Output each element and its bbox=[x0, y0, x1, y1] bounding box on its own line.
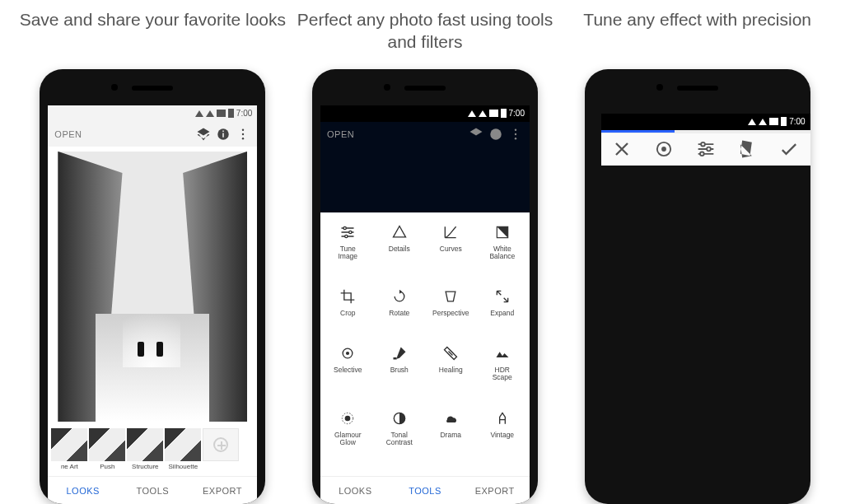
hdr-icon bbox=[494, 345, 511, 362]
signal-icon bbox=[479, 110, 487, 117]
layers-icon[interactable] bbox=[196, 127, 211, 142]
main-photo[interactable] bbox=[58, 152, 247, 422]
info-icon[interactable] bbox=[216, 127, 231, 142]
layers-icon[interactable] bbox=[469, 127, 483, 142]
svg-rect-2 bbox=[223, 130, 225, 132]
signal-icon bbox=[206, 110, 214, 117]
tool-tonal[interactable]: TonalContrast bbox=[374, 405, 426, 469]
bottom-tabs: LOOKS TOOLS EXPORT bbox=[48, 476, 257, 504]
tool-white-balance[interactable]: WhiteBalance bbox=[477, 219, 529, 283]
tool-vintage[interactable]: Vintage bbox=[477, 405, 529, 469]
tool-label: Drama bbox=[440, 432, 461, 439]
svg-point-4 bbox=[242, 133, 244, 135]
svg-point-11 bbox=[349, 231, 352, 233]
tool-rotate[interactable]: Rotate bbox=[374, 283, 426, 340]
wifi-icon bbox=[468, 110, 476, 117]
info-icon[interactable] bbox=[488, 127, 503, 142]
wifi-icon bbox=[195, 110, 203, 117]
caption-right: Tune any effect with precision bbox=[583, 8, 811, 54]
tab-looks[interactable]: LOOKS bbox=[48, 477, 118, 504]
tool-label: Vintage bbox=[490, 432, 514, 439]
top-toolbar: OPEN bbox=[48, 122, 257, 147]
status-bar: 7:00 bbox=[320, 105, 530, 122]
tonal-icon bbox=[391, 410, 408, 427]
tool-expand[interactable]: Expand bbox=[477, 283, 529, 340]
tool-curves[interactable]: Curves bbox=[425, 219, 477, 283]
tool-glow[interactable]: GlamourGlow bbox=[322, 405, 374, 469]
tool-drama[interactable]: Drama bbox=[425, 405, 477, 469]
selective-icon bbox=[339, 345, 356, 362]
tool-label: TonalContrast bbox=[386, 432, 413, 446]
svg-point-6 bbox=[490, 128, 502, 140]
more-icon[interactable] bbox=[508, 127, 523, 142]
svg-point-15 bbox=[346, 352, 349, 355]
apply-button[interactable] bbox=[778, 138, 801, 161]
battery-icon bbox=[781, 117, 787, 126]
svg-point-17 bbox=[345, 415, 351, 421]
wifi-icon bbox=[748, 119, 756, 125]
tool-crop[interactable]: Crop bbox=[322, 283, 374, 340]
tab-tools[interactable]: TOOLS bbox=[390, 477, 460, 504]
tool-label: Brush bbox=[390, 366, 409, 374]
tune-icon[interactable] bbox=[694, 138, 717, 161]
cell-icon bbox=[489, 110, 498, 117]
perspective-icon bbox=[442, 288, 459, 305]
look-thumb[interactable]: Silhouette bbox=[165, 428, 201, 470]
tool-label: Selective bbox=[334, 366, 362, 374]
status-time: 7:00 bbox=[509, 109, 525, 118]
tool-label: Healing bbox=[439, 366, 463, 374]
close-button[interactable] bbox=[610, 138, 633, 161]
tool-label: Crop bbox=[340, 310, 355, 317]
open-button[interactable]: OPEN bbox=[327, 129, 464, 139]
svg-point-24 bbox=[701, 142, 705, 147]
look-thumb[interactable]: Push bbox=[89, 428, 125, 470]
tool-hdr[interactable]: HDRScape bbox=[477, 340, 529, 404]
curves-icon bbox=[442, 224, 459, 240]
expand-icon bbox=[494, 288, 511, 305]
svg-rect-1 bbox=[223, 133, 225, 137]
tool-label: Curves bbox=[440, 245, 462, 253]
battery-icon bbox=[501, 109, 507, 118]
svg-point-9 bbox=[515, 138, 516, 139]
phone-frame-2: 7:00 OPEN TuneImageDetailsCurvesWhiteBal… bbox=[312, 69, 538, 504]
signal-icon bbox=[759, 119, 767, 125]
status-time: 7:00 bbox=[789, 117, 805, 126]
svg-point-23 bbox=[661, 147, 666, 152]
status-bar: 7:00 bbox=[48, 105, 257, 122]
svg-point-26 bbox=[700, 152, 704, 156]
tool-healing[interactable]: Healing bbox=[425, 340, 477, 404]
tab-looks[interactable]: LOOKS bbox=[320, 477, 390, 504]
tool-selective[interactable]: Selective bbox=[322, 340, 374, 404]
look-thumb[interactable]: ne Art bbox=[51, 428, 87, 470]
selective-icon[interactable] bbox=[652, 138, 675, 161]
tool-label: HDRScape bbox=[493, 366, 512, 381]
look-thumb[interactable]: Structure bbox=[127, 428, 163, 470]
styles-icon[interactable] bbox=[736, 138, 759, 161]
tool-label: Details bbox=[389, 245, 410, 253]
cell-icon bbox=[217, 110, 226, 117]
phone-frame-1: 7:00 OPEN bbox=[40, 69, 265, 504]
cell-icon bbox=[769, 118, 778, 125]
more-icon[interactable] bbox=[236, 127, 250, 142]
svg-point-3 bbox=[242, 128, 244, 130]
tab-tools[interactable]: TOOLS bbox=[118, 477, 188, 504]
rotate-icon bbox=[391, 288, 408, 305]
status-bar: 7:00 bbox=[601, 114, 810, 130]
tool-details[interactable]: Details bbox=[374, 219, 426, 283]
dimmed-photo: OPEN bbox=[320, 122, 530, 212]
tab-export[interactable]: EXPORT bbox=[188, 477, 258, 504]
add-look-button[interactable] bbox=[203, 428, 239, 470]
tool-brush[interactable]: Brush bbox=[374, 340, 426, 404]
svg-rect-16 bbox=[393, 357, 396, 360]
tool-perspective[interactable]: Perspective bbox=[425, 283, 477, 340]
plus-icon bbox=[213, 437, 228, 452]
tool-tune[interactable]: TuneImage bbox=[322, 219, 374, 283]
caption-left: Save and share your favorite looks bbox=[20, 8, 286, 54]
tab-export[interactable]: EXPORT bbox=[460, 477, 530, 504]
brush-icon bbox=[391, 345, 408, 362]
tool-label: TuneImage bbox=[338, 245, 357, 260]
open-button[interactable]: OPEN bbox=[54, 129, 191, 139]
glow-icon bbox=[339, 410, 356, 427]
svg-point-7 bbox=[515, 128, 516, 130]
details-icon bbox=[391, 224, 408, 240]
